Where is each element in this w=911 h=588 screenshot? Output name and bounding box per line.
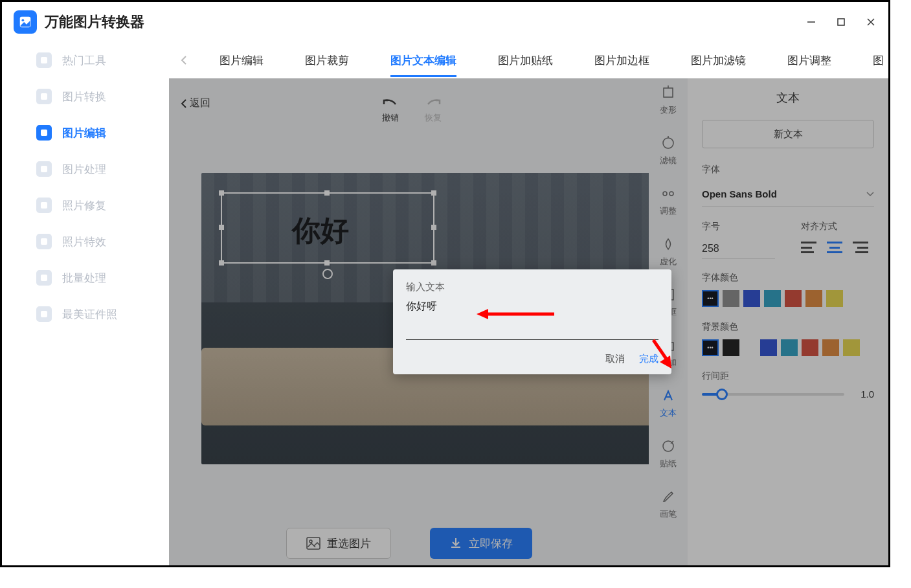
annotation-arrow-2: [648, 337, 674, 370]
tab-more[interactable]: 图: [852, 42, 905, 78]
repair-icon: [36, 198, 52, 213]
effects-icon: [36, 234, 52, 249]
app-title: 万能图片转换器: [45, 12, 144, 32]
annotation-arrow-1: [477, 309, 554, 319]
sidebar-item-batch[interactable]: 批量处理: [2, 260, 169, 296]
text-input-dialog: 输入文本 你好呀 取消 完成: [393, 269, 671, 374]
svg-line-18: [653, 340, 668, 361]
main-area: 返回 撤销 恢复: [169, 78, 888, 565]
svg-point-1: [22, 19, 25, 21]
tab-label: 图片加滤镜: [691, 53, 746, 68]
idphoto-icon: [36, 306, 52, 322]
sidebar-item-process[interactable]: 图片处理: [2, 151, 169, 187]
maximize-button[interactable]: [835, 16, 847, 28]
tab-filter[interactable]: 图片加滤镜: [670, 42, 767, 78]
title-bar: 万能图片转换器: [2, 2, 888, 42]
tab-label: 图片编辑: [219, 53, 264, 68]
app-logo-icon: [14, 10, 37, 34]
tab-label: 图片加贴纸: [498, 53, 553, 68]
minimize-button[interactable]: [805, 16, 817, 28]
top-tabs: 图片编辑 图片裁剪 图片文本编辑 图片加贴纸 图片加边框 图片加滤镜 图片调整 …: [169, 42, 888, 78]
sidebar-item-label: 图片编辑: [62, 126, 106, 141]
process-icon: [36, 161, 52, 177]
tab-text-edit[interactable]: 图片文本编辑: [370, 42, 477, 78]
hot-icon: [36, 52, 52, 68]
edit-icon: [36, 125, 52, 141]
sidebar-item-repair[interactable]: 照片修复: [2, 187, 169, 223]
close-button[interactable]: [865, 16, 877, 28]
sidebar-item-idphoto[interactable]: 最美证件照: [2, 296, 169, 332]
tab-border[interactable]: 图片加边框: [574, 42, 670, 78]
sidebar-item-hot[interactable]: 热门工具: [2, 42, 169, 78]
tab-label: 图: [873, 53, 884, 68]
convert-icon: [36, 89, 52, 104]
sidebar-item-convert[interactable]: 图片转换: [2, 78, 169, 115]
svg-rect-3: [838, 19, 844, 25]
tab-image-crop[interactable]: 图片裁剪: [284, 42, 370, 78]
svg-marker-17: [477, 309, 488, 319]
sidebar-item-label: 照片修复: [62, 198, 106, 213]
sidebar: 热门工具 图片转换 图片编辑 图片处理 照片修复 照片特效 批量处理 最美证件照: [2, 42, 169, 565]
sidebar-item-label: 图片处理: [62, 162, 106, 177]
sidebar-item-label: 图片转换: [62, 89, 106, 104]
tabs-prev-button[interactable]: [181, 54, 187, 67]
sidebar-item-label: 批量处理: [62, 271, 106, 286]
sidebar-item-edit[interactable]: 图片编辑: [2, 115, 169, 151]
sidebar-item-label: 照片特效: [62, 234, 106, 249]
sidebar-item-label: 热门工具: [62, 53, 106, 68]
tab-label: 图片加边框: [594, 53, 649, 68]
tab-label: 图片文本编辑: [390, 53, 456, 68]
tab-label: 图片裁剪: [305, 53, 349, 68]
tab-image-edit[interactable]: 图片编辑: [199, 42, 284, 78]
sidebar-item-effects[interactable]: 照片特效: [2, 223, 169, 260]
tab-sticker[interactable]: 图片加贴纸: [477, 42, 574, 78]
sidebar-item-label: 最美证件照: [62, 307, 117, 322]
tab-label: 图片调整: [787, 53, 831, 68]
dialog-cancel-button[interactable]: 取消: [605, 353, 625, 365]
batch-icon: [36, 270, 52, 286]
tab-adjust[interactable]: 图片调整: [767, 42, 852, 78]
dialog-text-input[interactable]: 你好呀: [406, 300, 658, 340]
dialog-title: 输入文本: [406, 281, 658, 293]
